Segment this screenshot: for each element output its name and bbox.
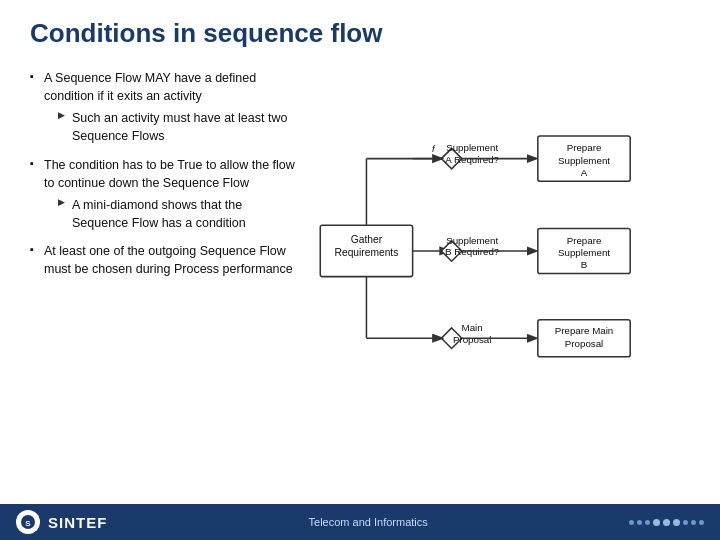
logo-area: S SINTEF — [16, 510, 107, 534]
svg-text:Supplement: Supplement — [558, 247, 610, 258]
svg-text:Supplement: Supplement — [446, 142, 498, 153]
content-area: A Sequence Flow MAY have a defined condi… — [0, 59, 720, 479]
bullet-text-3: At least one of the outgoing Sequence Fl… — [44, 244, 293, 276]
svg-text:Prepare: Prepare — [567, 142, 602, 153]
footer-center: Telecom and Informatics — [107, 516, 629, 528]
flow-diagram: Gather Requirements Supplement B Require… — [310, 64, 700, 479]
svg-text:Main: Main — [462, 322, 483, 333]
sub-bullet-2-1: A mini-diamond shows that the Sequence F… — [58, 196, 300, 232]
svg-text:A: A — [581, 167, 588, 178]
svg-text:Prepare Main: Prepare Main — [555, 325, 614, 336]
svg-text:f: f — [432, 144, 436, 154]
dot-7 — [683, 520, 688, 525]
dot-4 — [653, 519, 660, 526]
svg-text:Requirements: Requirements — [335, 247, 399, 258]
bullet-text-1: A Sequence Flow MAY have a defined condi… — [44, 71, 256, 103]
footer: S SINTEF Telecom and Informatics — [0, 504, 720, 540]
bullet-list: A Sequence Flow MAY have a defined condi… — [20, 59, 310, 479]
dot-2 — [637, 520, 642, 525]
svg-text:Supplement: Supplement — [558, 155, 610, 166]
footer-dots — [629, 519, 704, 526]
svg-text:Prepare: Prepare — [567, 235, 602, 246]
bullet-item-2: The condition has to be True to allow th… — [30, 156, 300, 233]
logo-icon: S — [20, 514, 36, 530]
bullet-item-1: A Sequence Flow MAY have a defined condi… — [30, 69, 300, 146]
svg-text:S: S — [25, 519, 31, 528]
bullet-item-3: At least one of the outgoing Sequence Fl… — [30, 242, 300, 278]
svg-text:Proposal: Proposal — [453, 334, 491, 345]
dot-8 — [691, 520, 696, 525]
diagram-svg: Gather Requirements Supplement B Require… — [310, 64, 700, 479]
dot-9 — [699, 520, 704, 525]
logo-text: SINTEF — [48, 514, 107, 531]
svg-text:Proposal: Proposal — [565, 338, 603, 349]
svg-text:Supplement: Supplement — [446, 235, 498, 246]
svg-text:B: B — [581, 259, 588, 270]
dot-3 — [645, 520, 650, 525]
page-title: Conditions in sequence flow — [0, 0, 720, 59]
svg-text:Gather: Gather — [351, 234, 383, 245]
logo-circle: S — [16, 510, 40, 534]
dot-6 — [673, 519, 680, 526]
dot-1 — [629, 520, 634, 525]
sub-bullet-1-1: Such an activity must have at least two … — [58, 109, 300, 145]
dot-5 — [663, 519, 670, 526]
bullet-text-2: The condition has to be True to allow th… — [44, 158, 295, 190]
